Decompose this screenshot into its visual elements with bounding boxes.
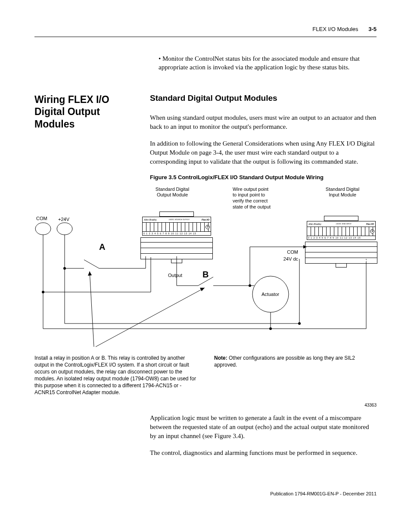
header-rule [34,37,377,37]
svg-point-12 [63,267,66,270]
paragraph: The control, diagnostics and alarming fu… [150,448,377,457]
label-input-module: Standard DigitalInput Module [317,187,368,199]
label-24v: +24V [58,217,69,223]
header-page-number: 3-5 [368,26,377,32]
label-b: B [202,269,209,280]
figure-caption: Figure 3.5 ControlLogix/FLEX I/O Standar… [150,174,377,180]
label-a: A [99,242,105,252]
figure-diagram: Standard DigitalOutput Module Wire outpu… [34,187,377,350]
label-output-module: Standard DigitalOutput Module [146,187,198,199]
svg-line-28 [90,271,94,347]
output-module-graphic: Allen-Bradley 24VDC SOURCE OUTPUT Flex I… [142,212,211,236]
label-actuator: Actuator [262,292,279,298]
svg-point-15 [42,291,44,293]
note-label: Note: [214,355,227,361]
section-heading-right: Standard Digital Output Modules [150,93,377,103]
output-terminal-base [140,237,213,263]
paragraph: In addition to following the General Con… [150,139,377,166]
figure-note-right: Note: Other configurations are possible … [214,355,377,396]
label-output: Output [168,273,182,279]
section-heading-left: Wiring FLEX I/O Digital Output Modules [34,93,142,131]
input-terminal-base [305,242,377,268]
header-title: FLEX I/O Modules [312,26,358,32]
svg-point-27 [269,327,272,330]
svg-point-32 [298,322,301,325]
label-wire-note: Wire output pointto input point toverify… [233,187,289,210]
svg-line-30 [96,288,205,347]
figure-note-left: Install a relay in position A or B. This… [34,355,197,396]
paragraph: When using standard output modules, user… [150,113,377,131]
svg-marker-29 [88,271,92,276]
label-com: COM [36,216,47,222]
svg-marker-31 [200,288,205,291]
page-header: FLEX I/O Modules 3-5 [34,26,377,32]
bullet-item: Monitor the ControlNet status bits for t… [159,54,377,72]
figure-id: 43363 [364,402,377,408]
svg-point-0 [35,223,51,235]
svg-line-10 [84,260,99,268]
bullet-list: Monitor the ControlNet status bits for t… [159,54,377,72]
svg-point-1 [57,223,72,235]
label-24vdc: 24V dc [278,256,298,262]
paragraph: Application logic must be written to gen… [150,414,377,441]
input-module-graphic: Allen-Bradley 24VDC SINK INPUT Flex I/O … [307,216,376,240]
page-footer: Publication 1794-RM001G-EN-P - December … [34,491,377,496]
label-com2: COM [281,249,298,255]
